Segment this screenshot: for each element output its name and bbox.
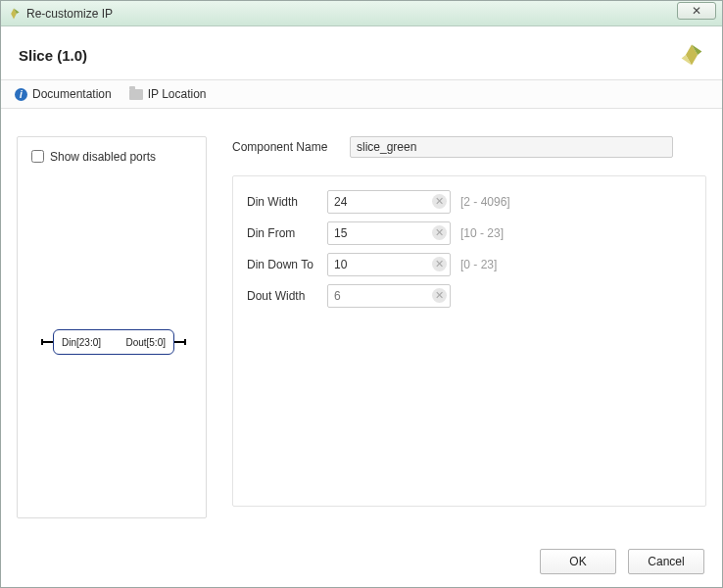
param-hint: [2 - 4096] — [460, 195, 510, 209]
param-input-wrap: ✕ — [327, 190, 451, 214]
param-hint: [0 - 23] — [460, 258, 497, 271]
brand-icon — [679, 42, 704, 68]
config-panel: Component Name Din Width ✕ [2 - 4096] Di… — [232, 136, 706, 518]
block-pin-left — [43, 341, 53, 343]
component-name-input[interactable] — [350, 136, 673, 158]
param-label: Din From — [247, 226, 327, 240]
parameter-group: Din Width ✕ [2 - 4096] Din From ✕ [10 - … — [232, 175, 706, 507]
ip-location-label: IP Location — [148, 87, 207, 101]
footer: OK Cancel — [1, 536, 722, 587]
close-icon: ✕ — [692, 4, 701, 18]
page-title: Slice (1.0) — [19, 47, 87, 64]
block-din-label: Din[23:0] — [62, 337, 101, 348]
clear-icon[interactable]: ✕ — [432, 225, 447, 240]
info-icon: i — [15, 88, 27, 101]
param-label: Din Down To — [247, 258, 327, 271]
ok-button[interactable]: OK — [540, 549, 616, 574]
clear-icon[interactable]: ✕ — [432, 194, 447, 209]
toolbar: i Documentation IP Location — [1, 79, 722, 109]
clear-icon[interactable]: ✕ — [432, 257, 447, 271]
window-title: Re-customize IP — [26, 7, 113, 21]
param-input-wrap: ✕ — [327, 221, 451, 245]
component-name-row: Component Name — [232, 136, 706, 158]
cancel-button[interactable]: Cancel — [628, 549, 704, 574]
documentation-link[interactable]: i Documentation — [15, 87, 112, 101]
folder-icon — [129, 89, 143, 100]
param-input-wrap: ✕ — [327, 253, 451, 276]
header: Slice (1.0) — [1, 26, 722, 79]
close-button[interactable]: ✕ — [677, 2, 716, 20]
dialog-body: Show disabled ports Din[23:0] Dout[5:0] … — [1, 109, 722, 534]
ip-block: Din[23:0] Dout[5:0] — [53, 329, 174, 355]
app-icon — [7, 7, 21, 21]
param-row-din-width: Din Width ✕ [2 - 4096] — [247, 190, 692, 214]
param-hint: [10 - 23] — [460, 226, 504, 240]
param-input-wrap: ✕ — [327, 284, 451, 308]
dialog-window: Re-customize IP ✕ Slice (1.0) i Document… — [0, 0, 723, 588]
param-row-din-down-to: Din Down To ✕ [0 - 23] — [247, 253, 692, 276]
param-label: Din Width — [247, 195, 327, 209]
param-label: Dout Width — [247, 289, 327, 303]
param-row-dout-width: Dout Width ✕ — [247, 284, 692, 308]
component-name-label: Component Name — [232, 140, 350, 154]
param-row-din-from: Din From ✕ [10 - 23] — [247, 221, 692, 245]
clear-icon[interactable]: ✕ — [432, 288, 447, 303]
show-disabled-ports-checkbox[interactable]: Show disabled ports — [27, 147, 196, 166]
show-disabled-ports-input[interactable] — [31, 150, 44, 163]
titlebar: Re-customize IP ✕ — [1, 1, 722, 26]
show-disabled-ports-label: Show disabled ports — [50, 150, 156, 164]
block-pin-right — [174, 341, 184, 343]
documentation-label: Documentation — [32, 87, 112, 101]
preview-panel: Show disabled ports Din[23:0] Dout[5:0] — [17, 136, 207, 518]
block-dout-label: Dout[5:0] — [125, 337, 166, 348]
ip-location-link[interactable]: IP Location — [129, 87, 207, 101]
